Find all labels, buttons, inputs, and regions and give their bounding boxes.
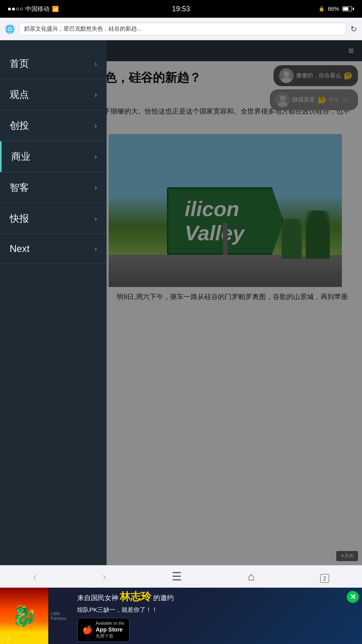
apple-icon: 🍎 [82, 625, 93, 635]
sidebar-label-view: 观点 [10, 88, 29, 101]
sidebar-label-wisdom: 智客 [10, 181, 29, 194]
chevron-icon-view: › [95, 91, 97, 99]
sidebar-item-view[interactable]: 观点 › [0, 79, 107, 110]
sidebar-item-business[interactable]: 商业 › [0, 141, 107, 172]
ad-store-name: App Store [96, 626, 124, 633]
battery-fill [343, 7, 348, 10]
reload-button[interactable]: ↻ [350, 24, 357, 34]
status-left: 中国移动 📶 [8, 5, 59, 13]
ad-available-on: Available on the [96, 621, 124, 626]
ad-appstore-text: Available on the App Store 免费下载 [96, 621, 124, 639]
status-time: 19:53 [172, 5, 190, 13]
ad-game-art: 🐉 魔灵幻想 [0, 588, 48, 644]
back-button[interactable]: ‹ [25, 568, 45, 586]
ad-banner: 🐉 魔灵幻想 Little Fantasy 来自国民女神 林志玲 的邀约 组队P… [0, 588, 362, 644]
sidebar-label-venture: 创投 [10, 119, 29, 132]
battery-percent: 66% [328, 6, 339, 12]
chevron-icon-business: › [95, 153, 97, 161]
sidebar-label-news: 快报 [10, 212, 29, 225]
menu-button[interactable]: ☰ [164, 568, 190, 586]
chevron-icon-home: › [95, 60, 97, 68]
battery-body [342, 6, 352, 11]
chevron-icon-wisdom: › [95, 184, 97, 192]
status-right: 🔒 66% [319, 6, 354, 12]
ad-game-title-en-wrapper: Little Fantasy [48, 611, 71, 621]
ad-appstore-button[interactable]: 🍎 Available on the App Store 免费下载 [77, 618, 130, 642]
sidebar-label-home: 首页 [10, 57, 29, 70]
status-bar: 中国移动 📶 19:53 🔒 66% [0, 0, 362, 18]
ad-content: 来自国民女神 林志玲 的邀约 组队PK三缺一，就差你了！！ 🍎 Availabl… [71, 588, 362, 644]
ad-label: 广告 [2, 636, 10, 642]
bottom-nav: ‹ › ☰ ⌂ 2 [0, 565, 362, 588]
home-button[interactable]: ⌂ [240, 568, 263, 586]
tab-count: 2 [320, 574, 329, 583]
chevron-icon-venture: › [95, 122, 97, 130]
sidebar-item-venture[interactable]: 创投 › [0, 110, 107, 141]
ad-invite-line: 来自国民女神 林志玲 的邀约 [77, 590, 356, 604]
ad-game-title-en: Little Fantasy [51, 611, 71, 621]
tabs-button[interactable]: 2 [312, 568, 337, 586]
ad-close-button[interactable]: ✕ [347, 591, 359, 603]
signal-dot-2 [12, 8, 15, 10]
main-area: 仿砍柴网.商业 ≡ 兴，星巴克黯然失色，硅谷的新趋？ 傻傻的，你会看么 🤔 静观… [0, 40, 362, 565]
signal-dot-4 [20, 8, 23, 10]
sidebar-item-next[interactable]: Next › [0, 234, 107, 264]
sidebar-dimmer[interactable] [107, 40, 362, 565]
sidebar-item-news[interactable]: 快报 › [0, 203, 107, 234]
ad-invite-text: 来自国民女神 [77, 594, 118, 602]
browser-bar: 🌐 奶茶文化盛兴，星巴克黯然失色，硅谷的新趋... ↻ [0, 18, 362, 40]
sidebar-item-wisdom[interactable]: 智客 › [0, 172, 107, 203]
signal-dot-1 [8, 8, 11, 10]
signal-dots [8, 8, 23, 10]
signal-dot-3 [16, 8, 19, 10]
sidebar-label-next: Next [10, 243, 29, 254]
ad-celebrity: 林志玲 [120, 590, 151, 603]
ad-subtitle: 组队PK三缺一，就差你了！！ [77, 606, 356, 614]
wifi-icon: 📶 [52, 6, 59, 12]
globe-icon: 🌐 [5, 24, 15, 34]
browser-url[interactable]: 奶茶文化盛兴，星巴克黯然失色，硅谷的新趋... [19, 23, 346, 35]
sidebar-label-business: 商业 [11, 150, 31, 163]
battery-icon [342, 6, 354, 11]
carrier-label: 中国移动 [25, 5, 49, 13]
chevron-icon-news: › [95, 215, 97, 223]
battery-tip [353, 8, 354, 10]
ad-invite-suffix: 的邀约 [153, 594, 174, 602]
ad-free-download: 免费下载 [96, 633, 124, 639]
sidebar: 首页 › 观点 › 创投 › 商业 › 智客 › 快报 › Next › [0, 40, 107, 565]
forward-button[interactable]: › [95, 568, 114, 586]
lock-icon: 🔒 [319, 6, 325, 12]
sidebar-item-home[interactable]: 首页 › [0, 48, 107, 79]
chevron-icon-next: › [95, 245, 97, 253]
